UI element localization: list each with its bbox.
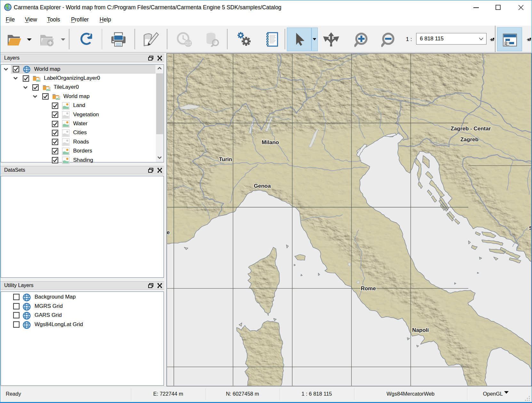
svg-text:e: e: [166, 229, 169, 235]
svg-text:Napoli: Napoli: [412, 327, 429, 333]
svg-text:Genoa: Genoa: [254, 183, 271, 189]
svg-text:Turin: Turin: [219, 156, 232, 162]
svg-text:Zagreb - Centar: Zagreb - Centar: [450, 125, 491, 131]
svg-text:Zagreb: Zagreb: [460, 136, 479, 142]
svg-text:Milano: Milano: [262, 139, 279, 145]
svg-text:Rome: Rome: [360, 285, 375, 291]
